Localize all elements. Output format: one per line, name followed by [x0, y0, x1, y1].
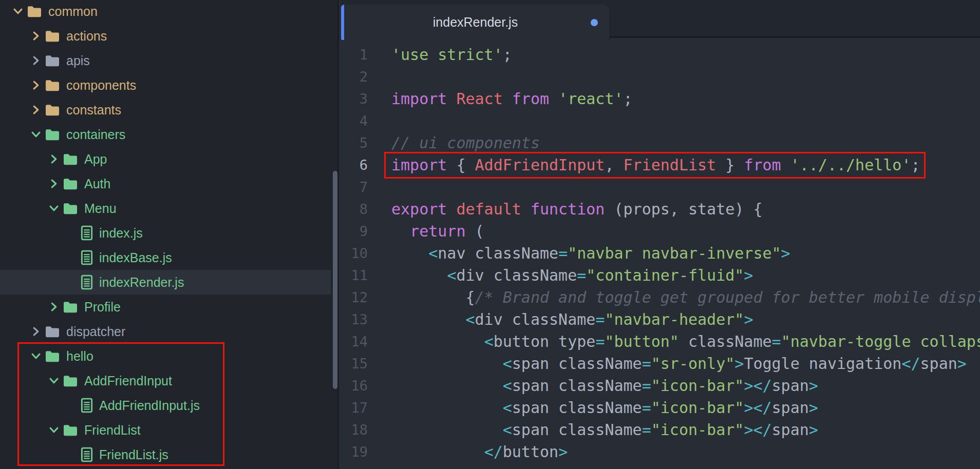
line-number[interactable]: 12 — [341, 289, 368, 305]
tree-item-friendlist-js[interactable]: FriendList.js — [0, 442, 339, 467]
tree-item-containers[interactable]: containers — [0, 122, 339, 147]
code-line-13[interactable]: 13 <div className="navbar-header"> — [341, 308, 980, 330]
line-number[interactable]: 8 — [341, 201, 368, 217]
chevron-right-icon[interactable] — [48, 178, 60, 190]
modified-indicator-dot[interactable] — [591, 19, 598, 26]
tree-item-label: App — [84, 152, 107, 167]
line-number[interactable]: 10 — [341, 245, 368, 261]
line-number[interactable]: 7 — [341, 179, 368, 195]
tree-item-hello[interactable]: hello — [0, 344, 339, 368]
tree-item-label: Menu — [84, 201, 117, 216]
line-number[interactable]: 13 — [341, 311, 368, 327]
tree-item-auth[interactable]: Auth — [0, 171, 339, 196]
code-line-6[interactable]: 6import { AddFriendInput, FriendList } f… — [341, 154, 980, 176]
code-line-12[interactable]: 12 {/* Brand and toggle get grouped for … — [341, 286, 980, 308]
code-text: <span className="icon-bar"></span> — [391, 419, 818, 441]
line-number[interactable]: 2 — [341, 69, 368, 85]
chevron-right-icon[interactable] — [30, 104, 42, 116]
chevron-right-icon[interactable] — [30, 30, 42, 42]
tree-item-label: constants — [66, 103, 121, 118]
code-line-11[interactable]: 11 <div className="container-fluid"> — [341, 264, 980, 286]
tree-scrollbar-thumb[interactable] — [333, 171, 337, 389]
line-number[interactable]: 3 — [341, 91, 368, 107]
tree-item-label: actions — [66, 29, 107, 44]
tree-item-profile[interactable]: Profile — [0, 295, 339, 319]
folder-icon — [45, 79, 60, 92]
tree-item-label: FriendList — [84, 423, 141, 438]
tree-item-apis[interactable]: apis — [0, 48, 339, 73]
chevron-down-icon[interactable] — [48, 375, 60, 387]
tree-item-addfriendinput-js[interactable]: AddFriendInput.js — [0, 393, 339, 418]
tree-item-dispatcher[interactable]: dispatcher — [0, 319, 339, 344]
code-line-3[interactable]: 3import React from 'react'; — [341, 88, 980, 110]
line-number[interactable]: 9 — [341, 223, 368, 239]
tree-item-label: Profile — [84, 300, 121, 315]
chevron-right-icon[interactable] — [30, 54, 42, 67]
tree-item-indexrender-js[interactable]: indexRender.js — [0, 270, 331, 295]
code-line-14[interactable]: 14 <button type="button" className="navb… — [341, 330, 980, 353]
file-icon — [81, 225, 93, 241]
code-text: import { AddFriendInput, FriendList } fr… — [391, 154, 920, 176]
line-number[interactable]: 15 — [341, 356, 368, 372]
folder-icon — [63, 300, 78, 314]
chevron-down-icon[interactable] — [48, 202, 60, 214]
tree-item-indexbase-js[interactable]: indexBase.js — [0, 245, 339, 270]
chevron-right-icon[interactable] — [48, 301, 60, 313]
code-text: export default function (props, state) { — [391, 198, 762, 220]
code-line-16[interactable]: 16 <span className="icon-bar"></span> — [341, 375, 980, 397]
line-number[interactable]: 6 — [341, 157, 368, 173]
code-line-17[interactable]: 17 <span className="icon-bar"></span> — [341, 397, 980, 419]
active-tab-accent-bar — [341, 5, 344, 40]
folder-icon — [45, 103, 60, 116]
code-line-10[interactable]: 10 <nav className="navbar navbar-inverse… — [341, 242, 980, 264]
file-icon — [81, 275, 93, 290]
line-number[interactable]: 18 — [341, 422, 368, 438]
code-line-9[interactable]: 9 return ( — [341, 220, 980, 242]
chevron-down-icon[interactable] — [12, 5, 24, 17]
chevron-right-icon[interactable] — [30, 79, 42, 91]
tree-item-app[interactable]: App — [0, 147, 339, 171]
line-number[interactable]: 5 — [341, 135, 368, 151]
code-line-19[interactable]: 19 </button> — [341, 441, 980, 463]
tree-item-common[interactable]: common — [0, 0, 339, 24]
code-text: <div className="navbar-header"> — [391, 308, 753, 330]
code-line-2[interactable]: 2 — [341, 66, 980, 88]
code-line-7[interactable]: 7 — [341, 176, 980, 198]
code-text: // ui components — [391, 132, 540, 154]
line-number[interactable]: 4 — [341, 113, 368, 129]
line-number[interactable]: 11 — [341, 267, 368, 283]
chevron-down-icon[interactable] — [48, 424, 60, 436]
folder-icon — [45, 325, 60, 338]
file-tree-panel: commonactionsapiscomponentsconstantscont… — [0, 0, 339, 469]
tree-item-label: index.js — [99, 226, 143, 241]
chevron-down-icon[interactable] — [30, 350, 42, 362]
code-line-5[interactable]: 5// ui components — [341, 132, 980, 154]
chevron-right-icon[interactable] — [30, 325, 42, 338]
chevron-down-icon[interactable] — [30, 128, 42, 141]
tree-item-addfriendinput[interactable]: AddFriendInput — [0, 368, 339, 393]
code-editor[interactable]: 1'use strict';23import React from 'react… — [341, 40, 980, 469]
line-number[interactable]: 16 — [341, 378, 368, 394]
tree-item-label: indexRender.js — [99, 275, 184, 290]
line-number[interactable]: 19 — [341, 444, 368, 460]
code-line-1[interactable]: 1'use strict'; — [341, 44, 980, 66]
tree-item-menu[interactable]: Menu — [0, 196, 339, 221]
chevron-right-icon[interactable] — [48, 153, 60, 165]
tree-item-friendlist[interactable]: FriendList — [0, 418, 339, 442]
code-line-15[interactable]: 15 <span className="sr-only">Toggle navi… — [341, 353, 980, 375]
file-icon — [81, 398, 93, 413]
line-number[interactable]: 14 — [341, 334, 368, 349]
tree-item-components[interactable]: components — [0, 73, 339, 97]
tab-indexrender-js[interactable]: indexRender.js — [341, 5, 610, 40]
line-number[interactable]: 17 — [341, 400, 368, 416]
line-number[interactable]: 1 — [341, 47, 368, 63]
code-line-4[interactable]: 4 — [341, 110, 980, 132]
tree-item-constants[interactable]: constants — [0, 97, 339, 122]
code-text: return ( — [391, 220, 484, 242]
tree-item-label: AddFriendInput — [84, 374, 172, 388]
tree-item-actions[interactable]: actions — [0, 24, 339, 48]
code-line-18[interactable]: 18 <span className="icon-bar"></span> — [341, 419, 980, 441]
tree-item-index-js[interactable]: index.js — [0, 221, 339, 245]
code-line-8[interactable]: 8export default function (props, state) … — [341, 198, 980, 220]
code-text: <span className="icon-bar"></span> — [391, 375, 818, 397]
